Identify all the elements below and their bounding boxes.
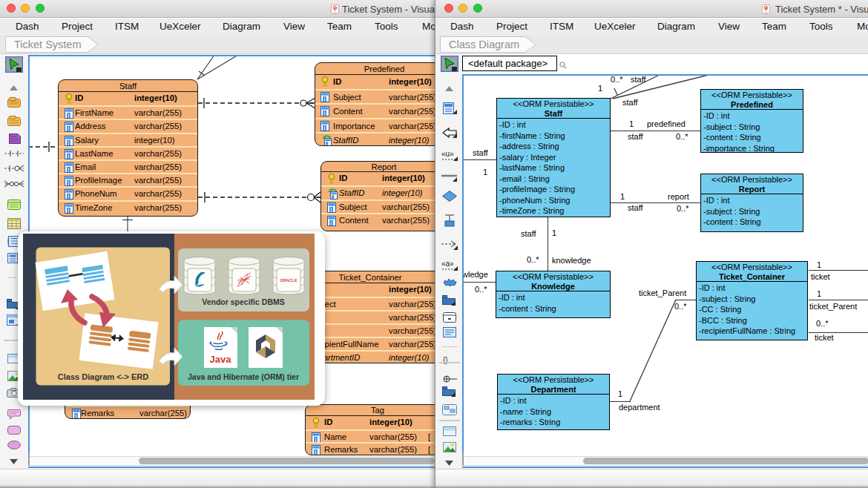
svg-text:Vendor specific DBMS: Vendor specific DBMS xyxy=(202,297,284,306)
svg-text:«u»: «u» xyxy=(441,150,454,158)
svg-text:Java: Java xyxy=(210,354,232,365)
svg-text:ORACLE: ORACLE xyxy=(280,278,297,283)
svg-text:Java and Hibernate (ORM) tier: Java and Hibernate (ORM) tier xyxy=(188,372,299,381)
svg-text:Class Diagram <-> ERD: Class Diagram <-> ERD xyxy=(58,372,148,381)
svg-text:«a»: «a» xyxy=(441,260,454,268)
